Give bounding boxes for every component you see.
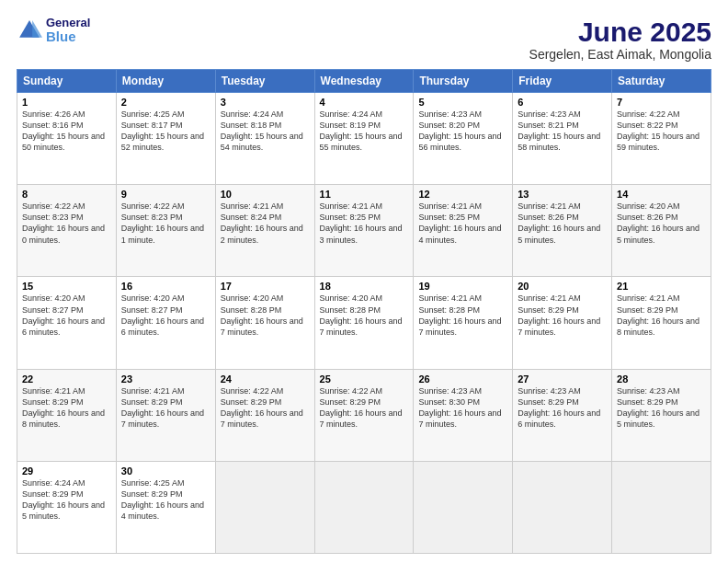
table-row [612,461,711,553]
header: General Blue June 2025 Sergelen, East Ai… [17,17,711,62]
table-row: 4Sunrise: 4:24 AM Sunset: 8:19 PM Daylig… [314,93,414,185]
table-row: 6Sunrise: 4:23 AM Sunset: 8:21 PM Daylig… [513,93,612,185]
day-number: 15 [22,281,111,292]
title-block: June 2025 Sergelen, East Aimak, Mongolia [529,17,711,62]
day-number: 3 [221,97,310,108]
day-number: 4 [320,97,409,108]
day-info: Sunrise: 4:23 AM Sunset: 8:21 PM Dayligh… [518,109,607,154]
calendar-week-row: 8Sunrise: 4:22 AM Sunset: 8:23 PM Daylig… [17,185,711,277]
logo-icon [17,17,42,43]
table-row: 12Sunrise: 4:21 AM Sunset: 8:25 PM Dayli… [414,185,513,277]
day-number: 1 [22,97,111,108]
day-info: Sunrise: 4:20 AM Sunset: 8:27 PM Dayligh… [22,293,111,338]
table-row: 21Sunrise: 4:21 AM Sunset: 8:29 PM Dayli… [612,277,711,369]
svg-marker-1 [32,21,42,39]
day-info: Sunrise: 4:22 AM Sunset: 8:23 PM Dayligh… [121,201,210,246]
day-number: 10 [221,189,310,200]
day-number: 27 [518,373,607,385]
day-info: Sunrise: 4:20 AM Sunset: 8:26 PM Dayligh… [617,201,706,246]
calendar-week-row: 15Sunrise: 4:20 AM Sunset: 8:27 PM Dayli… [17,277,711,369]
table-row: 20Sunrise: 4:21 AM Sunset: 8:29 PM Dayli… [513,277,612,369]
day-info: Sunrise: 4:24 AM Sunset: 8:19 PM Dayligh… [320,109,409,154]
day-info: Sunrise: 4:25 AM Sunset: 8:29 PM Dayligh… [121,477,210,523]
calendar-week-row: 29Sunrise: 4:24 AM Sunset: 8:29 PM Dayli… [17,461,711,553]
day-number: 14 [617,189,706,200]
table-row [513,461,612,553]
day-info: Sunrise: 4:26 AM Sunset: 8:16 PM Dayligh… [22,109,111,154]
day-number: 20 [518,281,607,292]
table-row: 27Sunrise: 4:23 AM Sunset: 8:29 PM Dayli… [513,369,612,461]
table-row: 19Sunrise: 4:21 AM Sunset: 8:28 PM Dayli… [414,277,513,369]
table-row: 5Sunrise: 4:23 AM Sunset: 8:20 PM Daylig… [414,93,513,185]
day-number: 7 [617,97,706,108]
day-number: 22 [22,373,111,385]
day-info: Sunrise: 4:20 AM Sunset: 8:28 PM Dayligh… [221,293,310,338]
table-row: 30Sunrise: 4:25 AM Sunset: 8:29 PM Dayli… [116,461,215,553]
table-row: 13Sunrise: 4:21 AM Sunset: 8:26 PM Dayli… [513,185,612,277]
day-info: Sunrise: 4:25 AM Sunset: 8:17 PM Dayligh… [121,109,210,154]
table-row: 15Sunrise: 4:20 AM Sunset: 8:27 PM Dayli… [17,277,117,369]
day-info: Sunrise: 4:21 AM Sunset: 8:26 PM Dayligh… [518,201,607,246]
day-info: Sunrise: 4:21 AM Sunset: 8:29 PM Dayligh… [518,293,607,338]
table-row [215,461,314,553]
table-row: 3Sunrise: 4:24 AM Sunset: 8:18 PM Daylig… [215,93,314,185]
calendar-week-row: 1Sunrise: 4:26 AM Sunset: 8:16 PM Daylig… [17,93,711,185]
day-info: Sunrise: 4:20 AM Sunset: 8:28 PM Dayligh… [320,293,409,338]
day-number: 25 [320,373,409,385]
subtitle: Sergelen, East Aimak, Mongolia [529,47,711,62]
day-number: 6 [518,97,607,108]
day-number: 17 [221,281,310,292]
day-info: Sunrise: 4:21 AM Sunset: 8:29 PM Dayligh… [121,385,210,431]
table-row: 10Sunrise: 4:21 AM Sunset: 8:24 PM Dayli… [215,185,314,277]
calendar-week-row: 22Sunrise: 4:21 AM Sunset: 8:29 PM Dayli… [17,369,711,461]
calendar-header-row: Sunday Monday Tuesday Wednesday Thursday… [17,70,711,93]
day-info: Sunrise: 4:24 AM Sunset: 8:18 PM Dayligh… [221,109,310,154]
day-info: Sunrise: 4:21 AM Sunset: 8:25 PM Dayligh… [418,201,507,246]
table-row: 29Sunrise: 4:24 AM Sunset: 8:29 PM Dayli… [17,461,117,553]
logo-text: General Blue [46,17,90,45]
day-info: Sunrise: 4:23 AM Sunset: 8:20 PM Dayligh… [418,109,507,154]
day-number: 12 [418,189,507,200]
table-row [314,461,414,553]
table-row: 22Sunrise: 4:21 AM Sunset: 8:29 PM Dayli… [17,369,117,461]
table-row: 25Sunrise: 4:22 AM Sunset: 8:29 PM Dayli… [314,369,414,461]
day-number: 29 [22,465,111,477]
day-info: Sunrise: 4:22 AM Sunset: 8:29 PM Dayligh… [221,385,310,431]
day-info: Sunrise: 4:23 AM Sunset: 8:30 PM Dayligh… [418,385,507,431]
day-number: 5 [418,97,507,108]
day-info: Sunrise: 4:21 AM Sunset: 8:24 PM Dayligh… [221,201,310,246]
day-number: 2 [121,97,210,108]
day-number: 13 [518,189,607,200]
day-number: 26 [418,373,507,385]
table-row: 16Sunrise: 4:20 AM Sunset: 8:27 PM Dayli… [116,277,215,369]
day-info: Sunrise: 4:23 AM Sunset: 8:29 PM Dayligh… [617,385,706,431]
table-row: 11Sunrise: 4:21 AM Sunset: 8:25 PM Dayli… [314,185,414,277]
table-row: 18Sunrise: 4:20 AM Sunset: 8:28 PM Dayli… [314,277,414,369]
header-sunday: Sunday [17,70,117,93]
table-row: 8Sunrise: 4:22 AM Sunset: 8:23 PM Daylig… [17,185,117,277]
day-number: 16 [121,281,210,292]
day-number: 9 [121,189,210,200]
page: General Blue June 2025 Sergelen, East Ai… [0,0,728,563]
day-info: Sunrise: 4:22 AM Sunset: 8:22 PM Dayligh… [617,109,706,154]
table-row: 1Sunrise: 4:26 AM Sunset: 8:16 PM Daylig… [17,93,117,185]
header-thursday: Thursday [414,70,513,93]
header-monday: Monday [116,70,215,93]
table-row: 17Sunrise: 4:20 AM Sunset: 8:28 PM Dayli… [215,277,314,369]
table-row: 7Sunrise: 4:22 AM Sunset: 8:22 PM Daylig… [612,93,711,185]
day-info: Sunrise: 4:20 AM Sunset: 8:27 PM Dayligh… [121,293,210,338]
day-number: 24 [221,373,310,385]
day-number: 19 [418,281,507,292]
table-row: 14Sunrise: 4:20 AM Sunset: 8:26 PM Dayli… [612,185,711,277]
day-info: Sunrise: 4:21 AM Sunset: 8:29 PM Dayligh… [22,385,111,431]
logo: General Blue [17,17,90,45]
table-row: 2Sunrise: 4:25 AM Sunset: 8:17 PM Daylig… [116,93,215,185]
table-row [414,461,513,553]
day-info: Sunrise: 4:22 AM Sunset: 8:23 PM Dayligh… [22,201,111,246]
header-wednesday: Wednesday [314,70,414,93]
table-row: 28Sunrise: 4:23 AM Sunset: 8:29 PM Dayli… [612,369,711,461]
header-tuesday: Tuesday [215,70,314,93]
day-number: 23 [121,373,210,385]
day-info: Sunrise: 4:24 AM Sunset: 8:29 PM Dayligh… [22,477,111,523]
table-row: 23Sunrise: 4:21 AM Sunset: 8:29 PM Dayli… [116,369,215,461]
